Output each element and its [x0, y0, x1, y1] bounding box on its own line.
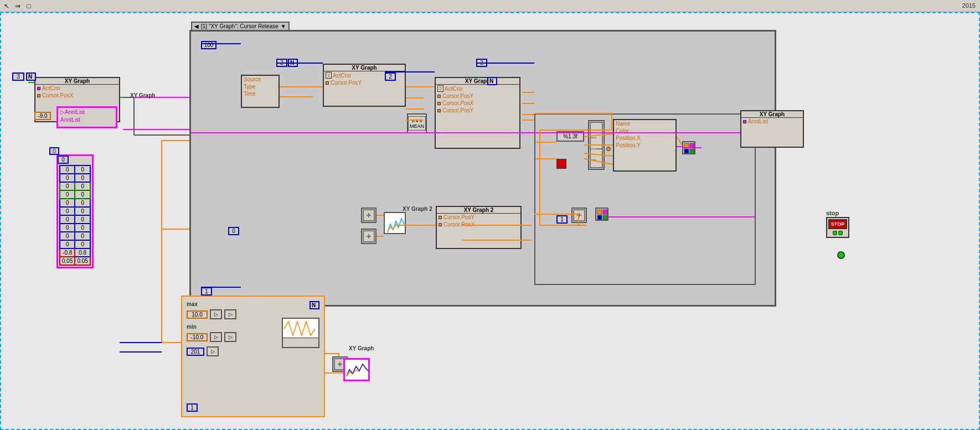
increment-node-1[interactable]: ▷: [210, 309, 222, 319]
svg-rect-34: [590, 122, 602, 168]
stop-label: stop: [826, 210, 839, 216]
port-right-cursorposy2: Cursor.PosY: [436, 107, 519, 114]
canvas: XY Graph ActCrsr Cursor.PosX XY Graph 3 …: [0, 12, 980, 430]
stop-button[interactable]: STOP: [826, 217, 849, 238]
red-indicator: [556, 159, 566, 169]
xy-graph-label-left: XY Graph: [130, 92, 155, 99]
port-dot-2: [326, 81, 329, 85]
array-cell: -0.8: [60, 248, 75, 257]
port-dot-xy2-2: [439, 223, 442, 226]
led-indicator: [837, 251, 845, 259]
xy-graph-bottom-label: XY Graph: [349, 345, 374, 351]
build-array-inner: [571, 208, 587, 223]
port-time: Time: [242, 90, 278, 97]
xy-graph-rightmost-title: XY Graph: [741, 111, 803, 118]
num-2-right[interactable]: 2: [476, 59, 487, 67]
stop-inner-text: STOP: [828, 219, 847, 229]
array-index-0[interactable]: 0: [58, 156, 69, 164]
min-value[interactable]: -10.0: [187, 333, 208, 341]
array-table-left: 00 00 00 00 00 00 00 00 00 00 -0.80.8 0.…: [59, 165, 91, 266]
increment-node-4[interactable]: ▷: [224, 332, 236, 342]
toolbar: ↖ ⇒ □ 2015: [0, 0, 980, 12]
array-cell: 0: [75, 207, 90, 215]
xy-graph-bottom-icon: [343, 358, 370, 381]
port-right-cursorposy1: Cursor.PosY: [436, 92, 519, 100]
array-cell: 0: [60, 199, 75, 207]
cluster-output-icon: [682, 141, 695, 154]
array-pink-frame: 0 00 00 00 00 00 00 00 00 00 00 -0.80.8 …: [56, 154, 94, 268]
num-201[interactable]: 201: [187, 348, 204, 356]
xy-graph-2-icon: [384, 212, 406, 234]
port-dot-xy2-1: [439, 216, 442, 219]
increment-node-3[interactable]: ▷: [210, 332, 222, 342]
port-posy: Position.Y: [614, 142, 675, 149]
array-cell: 0: [75, 232, 90, 240]
led-green-1: [833, 231, 837, 235]
array-cell: 0: [60, 240, 75, 248]
port-dot-anntlist: [743, 120, 746, 123]
xy-graph-mid-inner: XY Graph 1 ActCrsr Cursor.PosY: [323, 64, 406, 107]
event-tab-dropdown[interactable]: ▼: [281, 23, 286, 29]
waveform-display: [283, 319, 318, 338]
port-2-cursorposx: Cursor.PosX: [437, 221, 520, 228]
num-1-inner[interactable]: 1: [556, 215, 568, 224]
max-value[interactable]: 10.0: [187, 310, 208, 319]
svg-rect-49: [603, 215, 607, 220]
num-2-top[interactable]: 2: [276, 59, 287, 67]
array-cell: 0: [60, 232, 75, 240]
increment-node-5[interactable]: ▷: [207, 346, 219, 356]
svg-line-58: [677, 137, 682, 145]
port-source: Source: [242, 76, 278, 83]
n-terminal-bottom: N: [310, 301, 319, 309]
increment-node-2[interactable]: ▷: [224, 309, 236, 319]
port-actcrsr-1: ActCrsr: [35, 85, 119, 92]
array-cell: 0: [75, 182, 90, 190]
array-cell: 0.05: [75, 257, 90, 265]
coerce-dot-1: [606, 147, 611, 151]
cursor-icon[interactable]: ↖: [2, 2, 11, 11]
max-label: max: [187, 301, 319, 307]
num-100-terminal[interactable]: 100: [201, 41, 216, 49]
num-1-bottom[interactable]: 1: [201, 287, 212, 296]
svg-rect-46: [597, 210, 602, 214]
stop-icon[interactable]: □: [24, 2, 33, 11]
stop-leds: [827, 230, 848, 236]
svg-rect-40: [690, 143, 694, 148]
bundle-cluster-node: [588, 120, 605, 170]
port-type: Type: [242, 83, 278, 90]
max-min-container: max 10.0 ▷ ▷ min -10.0 ▷ ▷ 201 ▷ N: [181, 296, 325, 417]
port-dot-right-3: [437, 109, 441, 112]
array-cell: 0: [60, 190, 75, 199]
array-cell: 0.05: [60, 257, 75, 265]
num-3-terminal[interactable]: 3: [12, 72, 24, 81]
build-array-node-1: [361, 208, 376, 223]
xy-graph-right-inner-title: XY Graph: [436, 78, 519, 85]
xy-graph-mid-inner-title: XY Graph: [324, 65, 405, 71]
num-0-selector[interactable]: 0: [228, 227, 239, 235]
port-name: Name: [614, 120, 675, 127]
port-2-cursorposy: Cursor.PosY: [437, 214, 520, 221]
xy-graph-2-inner: XY Graph 2 Cursor.PosY Cursor.PosX: [436, 206, 522, 249]
port-right-actcrsr: 2 ActCrsr: [436, 85, 519, 92]
xy-graph-2-label: XY Graph 2: [403, 206, 432, 212]
port-right-cursorposx: Cursor.PosX: [436, 100, 519, 107]
array-cell: 0: [60, 165, 75, 174]
svg-rect-39: [684, 143, 689, 148]
mean-block: ∧∨∧ MEAN: [407, 113, 427, 133]
xy-graph-right-inner: XY Graph 2 ActCrsr Cursor.PosY Cursor.Po…: [435, 77, 520, 149]
num-2-mid[interactable]: 2: [385, 72, 396, 81]
arrow-icon[interactable]: ⇒: [13, 2, 22, 11]
num-1-bottom-block[interactable]: 1: [187, 403, 198, 412]
format-string-node: %1.3f: [556, 131, 584, 142]
port-cursorposx-1: Cursor.PosX: [35, 92, 119, 99]
year-label: 2015: [962, 2, 976, 9]
array-cell: 0: [75, 215, 90, 224]
xy-graph-2-inner-title: XY Graph 2: [437, 207, 520, 214]
array-cell: 0: [60, 215, 75, 224]
array-cell: 0: [75, 199, 90, 207]
port-dot-pink: [37, 87, 40, 90]
num-minus9[interactable]: -9.0: [34, 112, 51, 120]
array-cell: 0: [75, 240, 90, 248]
array-cell: 0: [75, 224, 90, 232]
svg-rect-42: [690, 149, 694, 153]
